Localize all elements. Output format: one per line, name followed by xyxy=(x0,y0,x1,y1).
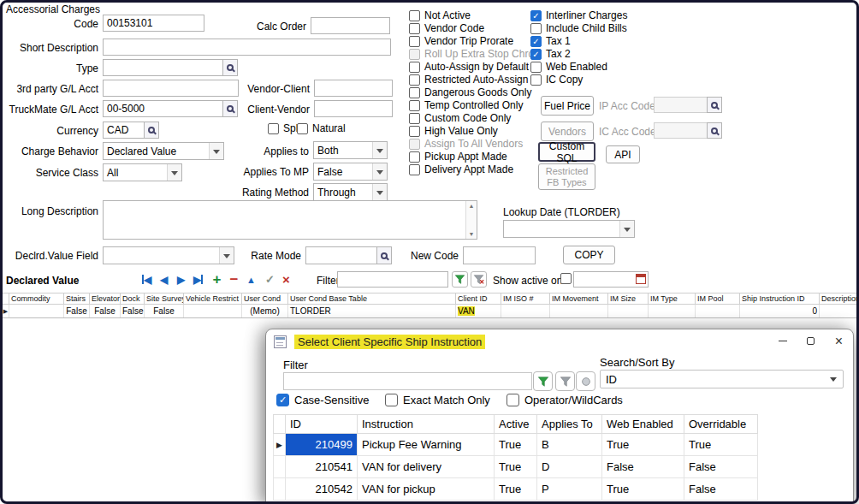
truckmate-gl-input[interactable] xyxy=(103,100,223,117)
cell-id[interactable]: 210542 xyxy=(286,478,358,501)
table-column-active[interactable]: Active xyxy=(495,415,537,434)
dialog-filter-advanced-button[interactable] xyxy=(576,371,595,391)
table-column-applies-to[interactable]: Applies To xyxy=(537,415,602,434)
checkbox-vendor-code[interactable]: Vendor Code xyxy=(409,23,484,34)
checkbox-ic-copy[interactable]: IC Copy xyxy=(530,74,583,86)
checkbox-custom-code-only[interactable]: Custom Code Only xyxy=(409,113,511,124)
grid-column-user-cond-base-table[interactable]: User Cond Base Table xyxy=(288,294,456,305)
checkbox-dangerous-goods-only[interactable]: Dangerous Goods Only xyxy=(409,87,531,98)
grid-data-row[interactable]: ▶ False False False False (Memo) TLORDER… xyxy=(3,305,858,318)
table-row[interactable]: ▶ 210499 Pickup Fee Warning True B True … xyxy=(274,434,758,456)
grid-cell-elevator[interactable]: False xyxy=(90,305,121,318)
cell-overridable[interactable]: True xyxy=(684,434,758,456)
cell-id[interactable]: 210541 xyxy=(286,456,358,478)
table-column-web-enabled[interactable]: Web Enabled xyxy=(602,415,684,434)
table-column-instruction[interactable]: Instruction xyxy=(358,415,495,434)
last-record-button[interactable]: ▶ xyxy=(190,271,206,288)
cell-web-enabled[interactable]: True xyxy=(602,434,684,456)
grid-column-elevator[interactable]: Elevator xyxy=(90,294,121,305)
short-description-input[interactable] xyxy=(103,39,391,56)
grid-cell-im-pool[interactable] xyxy=(696,305,740,318)
grid-cell-site-survey[interactable]: False xyxy=(145,305,184,318)
custom-sql-button[interactable]: Custom SQL xyxy=(538,142,595,162)
next-record-button[interactable]: ▶ xyxy=(173,271,189,288)
dialog-title-bar[interactable]: Select Client Specific Ship Instruction … xyxy=(266,329,853,353)
third-party-gl-input[interactable] xyxy=(103,80,239,97)
checkbox-pickup-appt-made[interactable]: Pickup Appt Made xyxy=(409,151,507,163)
insert-record-button[interactable]: + xyxy=(209,271,225,288)
memo-scrollbar[interactable]: ▲▼ xyxy=(465,201,477,239)
applies-to-mp-select[interactable]: False xyxy=(313,163,388,181)
filter-clear-button[interactable] xyxy=(471,271,487,288)
checkbox-tax-2[interactable]: Tax 2 xyxy=(530,49,571,60)
grid-column-commodity[interactable]: Commodity xyxy=(9,294,64,305)
code-input[interactable] xyxy=(103,15,204,32)
grid-column-user-cond[interactable]: User Cond xyxy=(242,294,288,305)
filter-apply-button[interactable] xyxy=(452,271,468,288)
first-record-button[interactable]: ◀ xyxy=(139,271,155,288)
table-row[interactable]: 210541 VAN for delivery True D False Fal… xyxy=(274,456,758,478)
fuel-price-button[interactable]: Fuel Price xyxy=(541,96,594,116)
grid-cell-im-size[interactable] xyxy=(608,305,649,318)
search-sort-by-select[interactable]: ID xyxy=(600,370,844,388)
grid-cell-vehicle-restrict[interactable] xyxy=(184,305,242,318)
applies-to-select[interactable]: Both xyxy=(313,141,388,159)
checkbox-temp-controlled-only[interactable]: Temp Controlled Only xyxy=(409,100,523,111)
grid-column-im-movement[interactable]: IM Movement xyxy=(550,294,608,305)
cell-web-enabled[interactable]: True xyxy=(602,478,684,501)
grid-cell-stairs[interactable]: False xyxy=(64,305,90,318)
checkbox-tax-1[interactable]: Tax 1 xyxy=(530,36,571,47)
cell-applies-to[interactable]: P xyxy=(537,478,602,501)
exact-match-only-checkbox[interactable]: Exact Match Only xyxy=(385,394,490,406)
grid-cell-client-id[interactable]: VAN xyxy=(456,305,501,318)
cell-instruction[interactable]: Pickup Fee Warning xyxy=(358,434,495,456)
vendor-client-input[interactable] xyxy=(314,80,393,97)
show-active-on-checkbox[interactable] xyxy=(560,273,572,284)
close-button[interactable]: × xyxy=(825,329,853,353)
client-vendor-input[interactable] xyxy=(314,100,393,117)
delete-record-button[interactable]: − xyxy=(226,271,242,288)
currency-input[interactable] xyxy=(103,122,145,139)
grid-cell-dock[interactable]: False xyxy=(121,305,145,318)
case-sensitive-checkbox[interactable]: Case-Sensitive xyxy=(276,394,369,406)
rating-method-select[interactable]: Through xyxy=(313,183,388,201)
checkbox-high-value-only[interactable]: High Value Only xyxy=(409,126,498,137)
grid-column-im-size[interactable]: IM Size xyxy=(608,294,649,305)
declrd-value-field-select[interactable] xyxy=(103,246,234,264)
grid-column-dock[interactable]: Dock xyxy=(121,294,145,305)
grid-cell-description[interactable] xyxy=(820,305,858,318)
new-code-input[interactable] xyxy=(463,246,536,264)
checkbox-not-active[interactable]: Not Active xyxy=(409,10,471,21)
checkbox-vendor-trip-prorate[interactable]: Vendor Trip Prorate xyxy=(409,36,513,47)
grid-column-im-type[interactable]: IM Type xyxy=(649,294,696,305)
grid-column-im-pool[interactable]: IM Pool xyxy=(696,294,740,305)
prior-record-button[interactable]: ◀ xyxy=(156,271,172,288)
maximize-button[interactable] xyxy=(797,329,825,353)
dialog-filter-clear-button[interactable] xyxy=(555,371,575,391)
dialog-filter-apply-button[interactable] xyxy=(533,371,553,391)
cell-active[interactable]: True xyxy=(495,478,537,501)
grid-cell-im-iso[interactable] xyxy=(501,305,550,318)
type-lookup-button[interactable] xyxy=(222,59,238,76)
lookup-date-select[interactable] xyxy=(503,220,635,238)
natural-checkbox[interactable]: Natural xyxy=(297,123,346,134)
dialog-filter-input[interactable] xyxy=(283,372,532,390)
cell-overridable[interactable]: False xyxy=(684,456,758,478)
cell-overridable[interactable]: False xyxy=(684,478,758,501)
ip-acc-code-lookup-button[interactable] xyxy=(707,97,722,113)
checkbox-auto-assign-by-default[interactable]: Auto-Assign by Default xyxy=(409,62,529,73)
api-button[interactable]: API xyxy=(606,145,640,163)
table-row[interactable]: 210542 VAN for pickup True P True False xyxy=(274,478,758,501)
cell-web-enabled[interactable]: False xyxy=(602,456,684,478)
edit-record-button[interactable]: ▲ xyxy=(243,271,259,288)
calendar-button[interactable] xyxy=(636,274,646,284)
grid-column-vehicle-restrict[interactable]: Vehicle Restrict xyxy=(184,294,242,305)
cell-id[interactable]: 210499 xyxy=(286,434,358,456)
checkbox-restricted-auto-assign[interactable]: Restricted Auto-Assign xyxy=(409,74,528,86)
long-description-memo[interactable]: ▲▼ xyxy=(103,200,477,240)
charge-behavior-select[interactable]: Declared Value xyxy=(103,142,224,160)
grid-column-description[interactable]: Description xyxy=(820,294,858,305)
checkbox-interliner-charges[interactable]: Interliner Charges xyxy=(530,10,627,21)
service-class-select[interactable]: All xyxy=(103,163,182,181)
grid-column-site-survey[interactable]: Site Survey xyxy=(145,294,184,305)
